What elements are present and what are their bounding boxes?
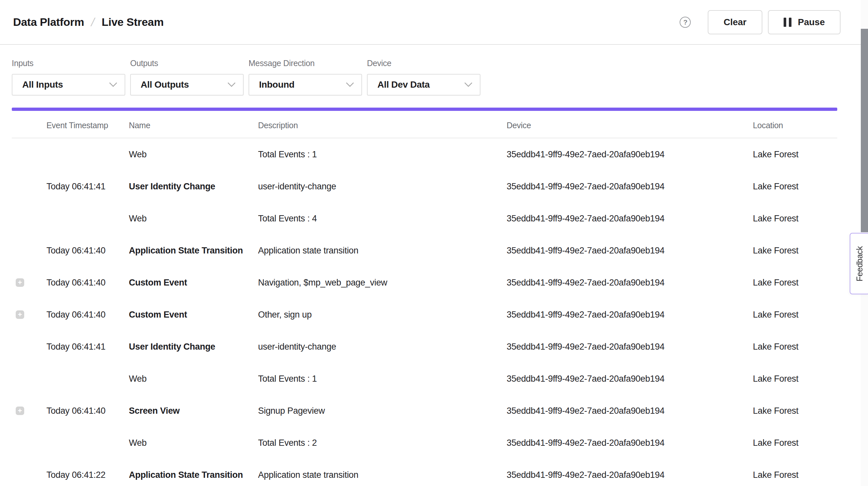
cell-description: Other, sign up <box>258 310 506 320</box>
filter-message-direction-label: Message Direction <box>249 59 362 68</box>
breadcrumb-data-platform[interactable]: Data Platform <box>13 16 84 28</box>
cell-name: Web <box>129 149 258 160</box>
breadcrumb: Data Platform / Live Stream <box>13 16 163 29</box>
cell-device: 35eddb41-9ff9-49e2-7aed-20afa90eb194 <box>506 470 753 480</box>
filters-bar: Inputs All Inputs Outputs All Outputs Me… <box>0 45 868 95</box>
cell-name: Application State Transition <box>129 470 258 480</box>
cell-name: Web <box>129 214 258 224</box>
cell-device: 35eddb41-9ff9-49e2-7aed-20afa90eb194 <box>506 149 753 160</box>
feedback-tab[interactable]: Feedback <box>850 233 868 294</box>
table-row: Web Total Events : 1 35eddb41-9ff9-49e2-… <box>12 138 837 171</box>
expand-cell <box>12 182 46 191</box>
cell-device: 35eddb41-9ff9-49e2-7aed-20afa90eb194 <box>506 438 753 448</box>
expand-row-button[interactable] <box>16 406 24 415</box>
cell-name: Custom Event <box>129 310 258 320</box>
accent-divider <box>12 108 837 111</box>
cell-device: 35eddb41-9ff9-49e2-7aed-20afa90eb194 <box>506 182 753 192</box>
cell-location: Lake Forest <box>753 149 837 160</box>
cell-location: Lake Forest <box>753 182 837 192</box>
clear-button[interactable]: Clear <box>708 10 762 34</box>
cell-location: Lake Forest <box>753 310 837 320</box>
cell-event-timestamp: Today 06:41:40 <box>46 310 129 320</box>
column-header-description: Description <box>258 121 506 130</box>
table-header-row: Event Timestamp Name Description Device … <box>12 111 837 138</box>
column-header-location: Location <box>753 121 837 130</box>
top-header: Data Platform / Live Stream ? Clear Paus… <box>0 0 868 45</box>
cell-event-timestamp: Today 06:41:41 <box>46 182 129 192</box>
cell-device: 35eddb41-9ff9-49e2-7aed-20afa90eb194 <box>506 278 753 288</box>
message-direction-dropdown[interactable]: Inbound <box>249 74 362 95</box>
cell-location: Lake Forest <box>753 342 837 352</box>
cell-description: Application state transition <box>258 246 506 256</box>
column-header-device: Device <box>506 121 753 130</box>
cell-name: User Identity Change <box>129 182 258 192</box>
expand-cell <box>12 246 46 255</box>
cell-description: Navigation, $mp_web_page_view <box>258 278 506 288</box>
feedback-tab-label: Feedback <box>855 246 865 281</box>
cell-name: Web <box>129 438 258 448</box>
expand-row-button[interactable] <box>16 310 24 319</box>
expand-cell <box>12 150 46 159</box>
filter-inputs: Inputs All Inputs <box>12 59 125 95</box>
scrollbar-thumb[interactable] <box>861 29 868 232</box>
table-row: Today 06:41:22 Application State Transit… <box>12 459 837 486</box>
cell-location: Lake Forest <box>753 374 837 384</box>
cell-description: Total Events : 2 <box>258 438 506 448</box>
cell-name: Screen View <box>129 406 258 416</box>
expand-cell <box>12 278 46 287</box>
inputs-dropdown-value: All Inputs <box>22 80 63 90</box>
outputs-dropdown[interactable]: All Outputs <box>130 74 244 95</box>
column-header-event-timestamp: Event Timestamp <box>46 121 129 130</box>
pause-button[interactable]: Pause <box>768 10 841 34</box>
cell-name: Web <box>129 374 258 384</box>
pause-icon <box>784 18 792 27</box>
cell-description: Signup Pageview <box>258 406 506 416</box>
cell-location: Lake Forest <box>753 214 837 224</box>
expand-cell <box>12 470 46 479</box>
cell-location: Lake Forest <box>753 278 837 288</box>
cell-name: Custom Event <box>129 278 258 288</box>
expand-cell <box>12 438 46 447</box>
breadcrumb-live-stream: Live Stream <box>102 16 163 28</box>
expand-cell <box>12 406 46 415</box>
cell-description: Total Events : 1 <box>258 374 506 384</box>
expand-row-button[interactable] <box>16 278 24 287</box>
inputs-dropdown[interactable]: All Inputs <box>12 74 125 95</box>
cell-device: 35eddb41-9ff9-49e2-7aed-20afa90eb194 <box>506 342 753 352</box>
cell-description: user-identity-change <box>258 182 506 192</box>
table-row: Web Total Events : 1 35eddb41-9ff9-49e2-… <box>12 363 837 395</box>
cell-event-timestamp: Today 06:41:40 <box>46 406 129 416</box>
expand-cell <box>12 342 46 351</box>
table-row[interactable]: Today 06:41:40 Custom Event Navigation, … <box>12 267 837 299</box>
cell-description: Total Events : 4 <box>258 214 506 224</box>
table-row: Today 06:41:41 User Identity Change user… <box>12 331 837 363</box>
cell-location: Lake Forest <box>753 406 837 416</box>
cell-location: Lake Forest <box>753 470 837 480</box>
expand-cell <box>12 310 46 319</box>
breadcrumb-separator: / <box>90 16 96 29</box>
cell-device: 35eddb41-9ff9-49e2-7aed-20afa90eb194 <box>506 374 753 384</box>
table-row: Web Total Events : 4 35eddb41-9ff9-49e2-… <box>12 203 837 235</box>
cell-device: 35eddb41-9ff9-49e2-7aed-20afa90eb194 <box>506 406 753 416</box>
filter-outputs: Outputs All Outputs <box>130 59 244 95</box>
cell-location: Lake Forest <box>753 246 837 256</box>
chevron-down-icon <box>227 82 236 87</box>
cell-name: User Identity Change <box>129 342 258 352</box>
cell-device: 35eddb41-9ff9-49e2-7aed-20afa90eb194 <box>506 310 753 320</box>
expand-cell <box>12 214 46 223</box>
table-row: Today 06:41:40 Application State Transit… <box>12 235 837 267</box>
table-row[interactable]: Today 06:41:40 Screen View Signup Pagevi… <box>12 395 837 427</box>
filter-inputs-label: Inputs <box>12 59 125 68</box>
table-row: Web Total Events : 2 35eddb41-9ff9-49e2-… <box>12 427 837 459</box>
cell-device: 35eddb41-9ff9-49e2-7aed-20afa90eb194 <box>506 246 753 256</box>
filter-message-direction: Message Direction Inbound <box>249 59 362 95</box>
cell-event-timestamp: Today 06:41:41 <box>46 342 129 352</box>
cell-event-timestamp: Today 06:41:22 <box>46 470 129 480</box>
table-row[interactable]: Today 06:41:40 Custom Event Other, sign … <box>12 299 837 331</box>
cell-event-timestamp: Today 06:41:40 <box>46 278 129 288</box>
expand-cell <box>12 374 46 383</box>
table-row: Today 06:41:41 User Identity Change user… <box>12 171 837 203</box>
help-icon[interactable]: ? <box>680 17 691 28</box>
device-dropdown[interactable]: All Dev Data <box>367 74 480 95</box>
chevron-down-icon <box>109 82 117 87</box>
